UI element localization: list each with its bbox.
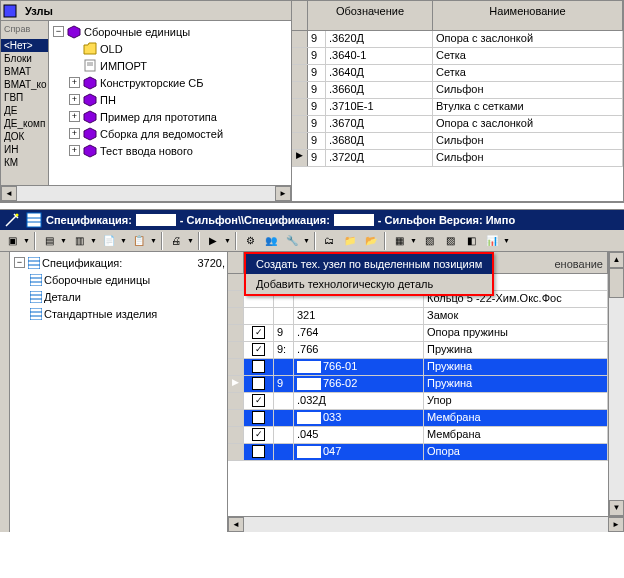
tool-a[interactable]: 🗂 <box>319 231 339 250</box>
table-row[interactable]: 9 .3680Д Сильфон <box>292 133 623 150</box>
tool-f[interactable]: ▨ <box>440 231 460 250</box>
table-row[interactable]: 321 Замок <box>228 308 608 325</box>
svg-marker-6 <box>84 94 96 106</box>
table-row[interactable]: ✓ .045 Мембрана <box>228 427 608 444</box>
table-row[interactable]: 9 .3670Д Опора с заслонкой <box>292 116 623 133</box>
side-tab-vmatko[interactable]: ВМАТ_ко <box>1 78 48 91</box>
context-menu: Создать тех. узел по выделенным позициям… <box>244 252 494 296</box>
svg-point-10 <box>16 214 19 217</box>
scroll-right-icon[interactable]: ► <box>275 186 291 201</box>
spec-tree-root[interactable]: − Спецификация: 3720, <box>12 254 225 271</box>
tool-btn-1[interactable]: ▣ <box>2 231 22 250</box>
row-checkbox[interactable]: ✓ <box>252 343 265 356</box>
side-tab-km[interactable]: КМ <box>1 156 48 169</box>
table-row[interactable]: ▶ ✓ 9 766-02 Пружина <box>228 376 608 393</box>
tree-node-test[interactable]: + Тест ввода нового <box>51 142 289 159</box>
svg-marker-9 <box>84 145 96 157</box>
tool-g[interactable]: ◧ <box>461 231 481 250</box>
tree-node-primer[interactable]: + Пример для прототипа <box>51 108 289 125</box>
scroll-up-icon[interactable]: ▲ <box>609 252 624 268</box>
spec-tree-details[interactable]: Детали <box>12 288 225 305</box>
grid-icon <box>26 212 42 228</box>
spec-tree-standard[interactable]: Стандартные изделия <box>12 305 225 322</box>
tool-btn-4[interactable]: 📄 <box>99 231 119 250</box>
spec-title-bar: Спецификация: - Сильфон\\Спецификация: -… <box>0 210 624 230</box>
table-row[interactable]: ✓ 9 .764 Опора пружины <box>228 325 608 342</box>
side-tab-bloki[interactable]: Блоки <box>1 52 48 65</box>
row-checkbox[interactable]: ✓ <box>252 428 265 441</box>
table-row[interactable]: ✓ 033 Мембрана <box>228 410 608 427</box>
tool-gear[interactable]: ⚙ <box>240 231 260 250</box>
scroll-left-icon[interactable]: ◄ <box>228 517 244 532</box>
tool-c[interactable]: 📂 <box>361 231 381 250</box>
expander-icon[interactable]: + <box>69 145 80 156</box>
wand-icon[interactable] <box>4 212 22 228</box>
row-checkbox[interactable]: ✓ <box>252 411 265 424</box>
row-checkbox[interactable]: ✓ <box>252 326 265 339</box>
expander-icon[interactable]: − <box>14 257 25 268</box>
tool-btn-5[interactable]: 📋 <box>129 231 149 250</box>
tool-btn-2[interactable]: ▤ <box>39 231 59 250</box>
tree-node-pn[interactable]: + ПН <box>51 91 289 108</box>
expander-icon[interactable]: + <box>69 94 80 105</box>
side-tab-dekomp[interactable]: ДЕ_комп <box>1 117 48 130</box>
table-row[interactable]: 9 .3660Д Сильфон <box>292 82 623 99</box>
table-row[interactable]: 9 .3640-1 Сетка <box>292 48 623 65</box>
side-tab-de[interactable]: ДЕ <box>1 104 48 117</box>
svg-rect-23 <box>30 308 42 320</box>
expander-icon[interactable]: + <box>69 111 80 122</box>
tree-node-konstr[interactable]: + Конструкторские СБ <box>51 74 289 91</box>
table-row[interactable]: ✓ 047 Опора <box>228 444 608 461</box>
tree-node-import[interactable]: ИМПОРТ <box>51 57 289 74</box>
col-name[interactable]: Наименование <box>433 1 623 30</box>
vertical-scrollbar[interactable]: ▲ ▼ <box>608 252 624 516</box>
tree-node-root[interactable]: − Сборочные единицы <box>51 23 289 40</box>
tree-node-old[interactable]: OLD <box>51 40 289 57</box>
tool-e[interactable]: ▧ <box>419 231 439 250</box>
row-checkbox[interactable]: ✓ <box>252 360 265 373</box>
scroll-down-icon[interactable]: ▼ <box>609 500 624 516</box>
expander-icon[interactable]: − <box>53 26 64 37</box>
table-row[interactable]: ✓ .032Д Упор <box>228 393 608 410</box>
expander-icon[interactable]: + <box>69 128 80 139</box>
side-tab-none[interactable]: <Нет> <box>1 39 48 52</box>
table-row[interactable]: ✓ 766-01 Пружина <box>228 359 608 376</box>
expander-icon[interactable]: + <box>69 77 80 88</box>
scroll-right-icon[interactable]: ► <box>608 517 624 532</box>
main-toolbar: ▣▼ ▤▼ ▥▼ 📄▼ 📋▼ 🖨▼ ▶▼ ⚙ 👥 🔧▼ 🗂 📁 📂 ▦▼ ▧ ▨… <box>0 230 624 252</box>
table-row[interactable]: ▶ 9 .3720Д Сильфон <box>292 150 623 167</box>
col-designation[interactable]: Обозначение <box>308 1 433 30</box>
left-tree-panel: Узлы Справ <Нет> Блоки ВМАТ ВМАТ_ко ГВП … <box>0 0 292 202</box>
horizontal-scrollbar-bottom[interactable]: ◄ ► <box>228 516 624 532</box>
row-checkbox[interactable]: ✓ <box>252 377 265 390</box>
tree-node-sborka[interactable]: + Сборка для ведомостей <box>51 125 289 142</box>
menu-create-tech-node[interactable]: Создать тех. узел по выделенным позициям <box>246 254 492 274</box>
scroll-left-icon[interactable]: ◄ <box>1 186 17 201</box>
tool-users[interactable]: 👥 <box>261 231 281 250</box>
spec-tree-assemblies[interactable]: Сборочные единицы <box>12 271 225 288</box>
table-row[interactable]: ✓ 9: .766 Пружина <box>228 342 608 359</box>
tree-title: Узлы <box>19 3 59 19</box>
tool-wrench[interactable]: 🔧 <box>282 231 302 250</box>
svg-rect-0 <box>4 5 16 17</box>
side-tab-in[interactable]: ИН <box>1 143 48 156</box>
row-checkbox[interactable]: ✓ <box>252 394 265 407</box>
side-tab-gvp[interactable]: ГВП <box>1 91 48 104</box>
side-tab-dok[interactable]: ДОК <box>1 130 48 143</box>
tool-print[interactable]: 🖨 <box>166 231 186 250</box>
horizontal-scrollbar[interactable]: ◄ ► <box>1 185 291 201</box>
menu-add-tech-detail[interactable]: Добавить технологическую деталь <box>246 274 492 294</box>
table-row[interactable]: 9 .3620Д Опора с заслонкой <box>292 31 623 48</box>
tool-btn-3[interactable]: ▥ <box>69 231 89 250</box>
svg-marker-1 <box>68 26 80 38</box>
tool-b[interactable]: 📁 <box>340 231 360 250</box>
tool-d[interactable]: ▦ <box>389 231 409 250</box>
table-row[interactable]: 9 .3640Д Сетка <box>292 65 623 82</box>
tool-play[interactable]: ▶ <box>203 231 223 250</box>
row-checkbox[interactable]: ✓ <box>252 445 265 458</box>
top-right-grid: Обозначение Наименование 9 .3620Д Опора … <box>292 0 624 202</box>
table-row[interactable]: 9 .3710Е-1 Втулка с сетками <box>292 99 623 116</box>
tool-h[interactable]: 📊 <box>482 231 502 250</box>
spec-tree-panel: − Спецификация: 3720, Сборочные единицы … <box>10 252 228 532</box>
side-tab-vmat[interactable]: ВМАТ <box>1 65 48 78</box>
